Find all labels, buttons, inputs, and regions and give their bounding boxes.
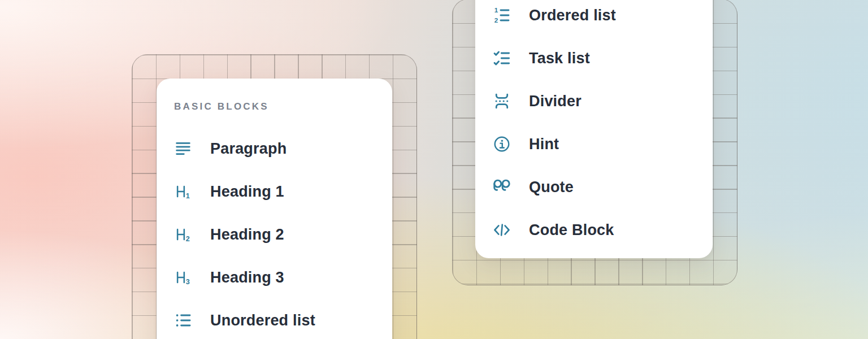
divider-icon bbox=[493, 92, 511, 110]
heading-1-icon: 1 bbox=[174, 182, 192, 201]
heading-1-digit: 1 bbox=[186, 192, 190, 200]
menu-item-label: Heading 1 bbox=[210, 182, 284, 201]
menu-item-label: Quote bbox=[529, 178, 574, 196]
menu-item-divider[interactable]: Divider bbox=[475, 80, 713, 123]
heading-3-icon: 3 bbox=[174, 268, 192, 286]
menu-item-hint[interactable]: Hint bbox=[475, 123, 713, 166]
section-title: BASIC BLOCKS bbox=[174, 101, 392, 112]
menu-item-label: Unordered list bbox=[210, 311, 315, 329]
task-list-icon bbox=[493, 49, 511, 67]
menu-item-code-block[interactable]: Code Block bbox=[475, 208, 713, 251]
menu-item-task-list[interactable]: Task list bbox=[475, 37, 713, 80]
menu-item-list: 1 2 Ordered list Task list bbox=[475, 0, 713, 251]
heading-2-digit: 2 bbox=[186, 235, 190, 243]
insert-blocks-menu: 1 2 Ordered list Task list bbox=[475, 0, 713, 258]
menu-item-label: Paragraph bbox=[210, 140, 287, 158]
unordered-list-icon bbox=[174, 311, 192, 329]
code-block-icon bbox=[493, 221, 511, 239]
menu-item-label: Heading 2 bbox=[210, 225, 284, 244]
paragraph-icon bbox=[174, 140, 192, 158]
hero-background: BASIC BLOCKS Paragraph 1 Heading 1 bbox=[0, 0, 868, 339]
menu-item-list: Paragraph 1 Heading 1 2 bbox=[157, 127, 392, 339]
heading-2-icon: 2 bbox=[174, 225, 192, 244]
menu-item-label: Hint bbox=[529, 135, 559, 153]
hint-icon bbox=[493, 135, 511, 153]
menu-item-label: Ordered list bbox=[529, 6, 616, 24]
menu-item-paragraph[interactable]: Paragraph bbox=[157, 127, 392, 170]
menu-item-label: Code Block bbox=[529, 221, 614, 239]
menu-item-heading-3[interactable]: 3 Heading 3 bbox=[157, 256, 392, 299]
menu-item-label: Heading 3 bbox=[210, 268, 284, 286]
basic-blocks-menu: BASIC BLOCKS Paragraph 1 Heading 1 bbox=[157, 79, 392, 339]
menu-item-ordered-list[interactable]: 1 2 Ordered list bbox=[475, 0, 713, 37]
quote-icon bbox=[493, 178, 511, 196]
menu-item-label: Divider bbox=[529, 92, 581, 110]
menu-item-heading-1[interactable]: 1 Heading 1 bbox=[157, 170, 392, 213]
ordered-list-digit-2: 2 bbox=[494, 16, 498, 24]
menu-item-label: Task list bbox=[529, 49, 590, 67]
menu-item-unordered-list[interactable]: Unordered list bbox=[157, 299, 392, 339]
ordered-list-digit-1: 1 bbox=[494, 6, 498, 14]
heading-3-digit: 3 bbox=[186, 278, 190, 286]
menu-item-heading-2[interactable]: 2 Heading 2 bbox=[157, 213, 392, 256]
menu-item-quote[interactable]: Quote bbox=[475, 166, 713, 208]
ordered-list-icon: 1 2 bbox=[493, 6, 511, 24]
